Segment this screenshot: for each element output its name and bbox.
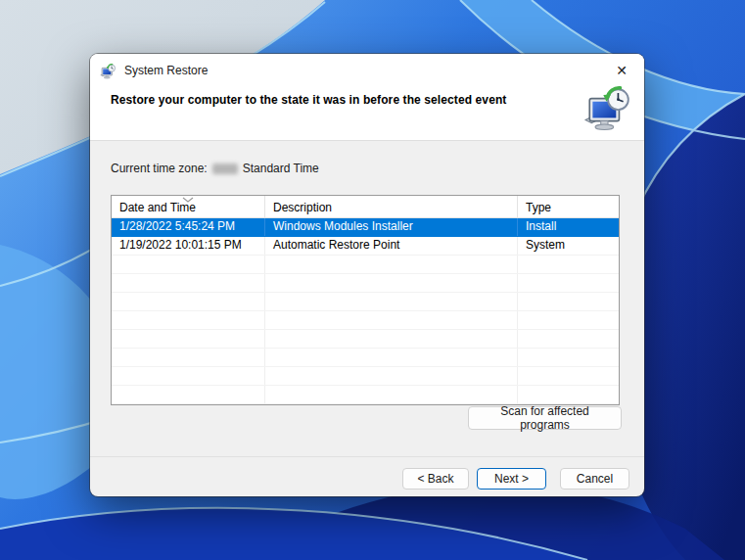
empty-row[interactable] <box>112 256 619 274</box>
back-button[interactable]: < Back <box>402 468 469 490</box>
titlebar[interactable]: System Restore ✕ <box>90 54 644 85</box>
timezone-suffix: Standard Time <box>243 162 319 175</box>
restore-point-row-selected[interactable]: 1/28/2022 5:45:24 PM Windows Modules Ins… <box>112 218 619 237</box>
scan-affected-programs-button[interactable]: Scan for affected programs <box>468 406 622 430</box>
footer-separator <box>90 456 644 457</box>
close-button[interactable]: ✕ <box>605 58 638 83</box>
dialog-header: System Restore ✕ Restore your computer t… <box>90 54 644 141</box>
empty-row[interactable] <box>112 386 619 404</box>
empty-row[interactable] <box>112 367 619 386</box>
list-header-row: Date and Time Description Type <box>112 196 619 218</box>
column-header-description[interactable]: Description <box>265 196 518 217</box>
close-icon: ✕ <box>616 63 628 78</box>
current-timezone-label: Current time zone: Standard Time <box>111 162 319 175</box>
cell-date: 1/19/2022 10:01:15 PM <box>112 237 265 255</box>
cancel-button[interactable]: Cancel <box>560 468 629 490</box>
restore-points-list: Date and Time Description Type 1/28/2022… <box>111 195 620 405</box>
cell-description: Windows Modules Installer <box>265 218 518 236</box>
restore-point-row[interactable]: 1/19/2022 10:01:15 PM Automatic Restore … <box>112 237 619 256</box>
system-restore-large-icon <box>583 81 632 134</box>
window-title: System Restore <box>124 64 208 77</box>
next-button[interactable]: Next > <box>477 468 546 490</box>
chevron-down-icon <box>182 197 194 203</box>
empty-row[interactable] <box>112 349 619 367</box>
empty-row[interactable] <box>112 293 619 311</box>
system-restore-dialog: System Restore ✕ Restore your computer t… <box>90 54 644 496</box>
system-restore-icon <box>100 63 116 79</box>
cell-date: 1/28/2022 5:45:24 PM <box>112 218 265 236</box>
column-header-type[interactable]: Type <box>518 196 619 217</box>
cell-type: Install <box>518 218 619 236</box>
timezone-prefix: Current time zone: <box>111 162 208 175</box>
empty-row[interactable] <box>112 330 619 349</box>
empty-row[interactable] <box>112 311 619 330</box>
timezone-redacted <box>212 163 238 174</box>
page-heading: Restore your computer to the state it wa… <box>111 93 566 107</box>
cell-description: Automatic Restore Point <box>265 237 518 255</box>
empty-row[interactable] <box>112 274 619 293</box>
cell-type: System <box>518 237 619 255</box>
